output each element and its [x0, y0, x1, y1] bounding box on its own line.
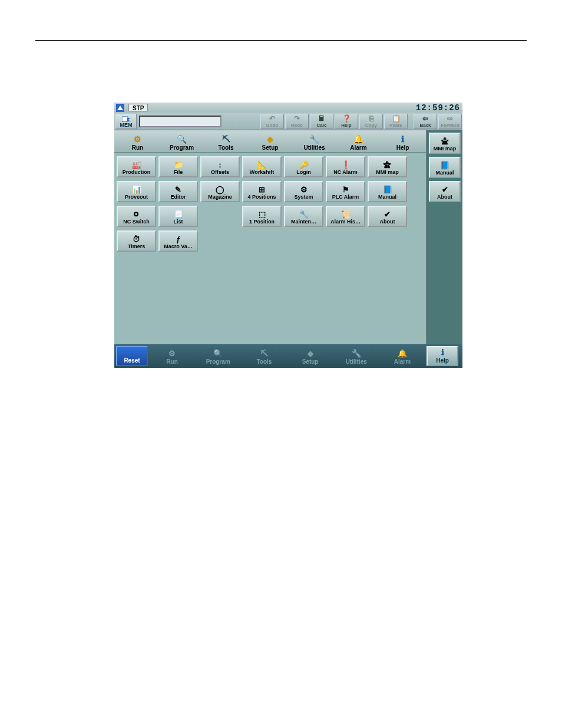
toolbar-help-button[interactable]: ❓Help: [335, 114, 358, 129]
titlebar: STP 12:59:26: [114, 103, 462, 113]
mem-button[interactable]: MEM: [115, 114, 137, 129]
proveout-icon: 📊: [132, 186, 141, 193]
side-manual-button[interactable]: 📘Manual: [429, 157, 461, 178]
bottom-label: Run: [166, 358, 177, 365]
bottom-bar: Reset ⚙Run🔍Program⛏Tools◆Setup🔧Utilities…: [114, 344, 462, 368]
tab-label: Run: [132, 144, 143, 151]
toolbar-label: Forward: [441, 123, 459, 128]
category-row: ⚙Run🔍Program⛏Tools◆Setup🔧Utilities🔔Alarm…: [114, 130, 426, 153]
tools-icon: ⛏: [260, 350, 268, 357]
tab-tools[interactable]: ⛏Tools: [204, 131, 247, 151]
system-icon: ⚙: [300, 186, 308, 193]
side-label: About: [437, 194, 452, 200]
grid-label: Mainten…: [291, 219, 316, 225]
grid-plc-alarm-button[interactable]: ⚑PLC Alarm: [326, 181, 365, 202]
toolbar-label: Copy: [365, 123, 377, 128]
svg-rect-1: [122, 117, 128, 121]
back-icon: ⇦: [422, 115, 428, 122]
command-input[interactable]: [139, 116, 222, 127]
grid-system-button[interactable]: ⚙System: [284, 181, 323, 202]
file-icon: 📁: [174, 161, 183, 169]
toolbar-copy-button: ⎘Copy: [359, 114, 383, 129]
grid-manual-button[interactable]: 📘Manual: [368, 181, 407, 202]
about-icon: ✔: [442, 186, 448, 193]
grid-workshift-button[interactable]: 📐Workshift: [242, 156, 282, 177]
side-about-button[interactable]: ✔About: [429, 181, 461, 202]
help-icon: ℹ: [401, 135, 404, 143]
toolbar-paste-button: 📋Paste: [384, 114, 408, 129]
toolbar-label: Undo: [266, 123, 278, 128]
grid-label: MMI map: [376, 169, 399, 175]
grid-label: Alarm His…: [330, 219, 361, 225]
toolbar-label: Redo: [291, 123, 303, 128]
run-icon: ⚙: [168, 350, 176, 357]
bottom-alarm-button[interactable]: 🔔Alarm: [382, 346, 423, 366]
toolbar-label: Help: [341, 123, 351, 128]
bottom-utilities-button[interactable]: 🔧Utilities: [336, 346, 377, 366]
tab-run[interactable]: ⚙Run: [116, 131, 159, 151]
tools-icon: ⛏: [222, 135, 230, 143]
manual-icon: 📘: [440, 162, 449, 169]
grid-label: Workshift: [250, 169, 274, 175]
grid-label: 4 Positions: [247, 194, 276, 200]
workshift-icon: 📐: [257, 161, 267, 169]
top-toolbar: MEM ↶Undo↷Redo🖩Calc❓Help⎘Copy📋Paste⇦Back…: [114, 113, 462, 130]
grid-alarm-his--button[interactable]: 📜Alarm His…: [326, 206, 365, 227]
reset-button[interactable]: Reset: [116, 346, 148, 366]
hmi-window: STP 12:59:26 MEM ↶Undo↷Redo🖩Calc❓Help⎘Co…: [114, 103, 462, 368]
grid-4-positions-button[interactable]: ⊞4 Positions: [242, 181, 282, 202]
alarm-icon: 🔔: [353, 135, 363, 143]
utilities-icon: 🔧: [309, 135, 319, 143]
tab-help[interactable]: ℹHelp: [381, 131, 424, 151]
main-area: ⚙Run🔍Program⛏Tools◆Setup🔧Utilities🔔Alarm…: [114, 130, 427, 344]
tab-utilities[interactable]: 🔧Utilities: [293, 131, 336, 151]
alarm-icon: 🔔: [398, 350, 407, 357]
side-mmi-map-button[interactable]: 🛣MMI map: [429, 133, 461, 154]
nc-alarm-icon: ❗: [341, 161, 351, 169]
side-label: Manual: [435, 170, 454, 176]
bottom-help-button[interactable]: ℹ Help: [427, 346, 458, 366]
grid-timers-button[interactable]: ⏱Timers: [117, 230, 156, 252]
tab-setup[interactable]: ◆Setup: [249, 131, 292, 151]
tab-alarm[interactable]: 🔔Alarm: [337, 131, 380, 151]
grid-file-button[interactable]: 📁File: [158, 156, 198, 177]
editor-icon: ✎: [175, 186, 181, 193]
grid-label: Login: [296, 169, 311, 175]
grid-list-button[interactable]: 📃List: [158, 206, 198, 227]
grid-nc-alarm-button[interactable]: ❗NC Alarm: [326, 156, 365, 177]
bottom-program-button[interactable]: 🔍Program: [197, 346, 239, 366]
button-grid: 🏭Production📁File↕Offsets📐Workshift🔑Login…: [114, 153, 426, 344]
grid-magazine-button[interactable]: ◯Magazine: [200, 181, 240, 202]
plc-alarm-icon: ⚑: [342, 186, 349, 193]
manual-icon: 📘: [383, 186, 392, 193]
grid-production-button[interactable]: 🏭Production: [117, 156, 156, 177]
grid-login-button[interactable]: 🔑Login: [284, 156, 323, 177]
bottom-label: Setup: [302, 358, 319, 365]
grid-label: NC Switch: [123, 219, 150, 225]
grid-label: File: [174, 169, 183, 175]
grid-offsets-button[interactable]: ↕Offsets: [200, 156, 240, 177]
bottom-run-button[interactable]: ⚙Run: [151, 346, 193, 366]
grid-nc-switch-button[interactable]: ⭘NC Switch: [117, 206, 156, 227]
toolbar-calc-button[interactable]: 🖩Calc: [310, 114, 333, 129]
utilities-icon: 🔧: [352, 350, 361, 357]
grid-macro-va--button[interactable]: ƒMacro Va…: [158, 230, 198, 252]
bottom-setup-button[interactable]: ◆Setup: [290, 346, 331, 366]
grid-mainten--button[interactable]: 🔧Mainten…: [284, 206, 323, 227]
setup-icon: ◆: [267, 135, 273, 143]
grid-proveout-button[interactable]: 📊Proveout: [117, 181, 156, 202]
grid-editor-button[interactable]: ✎Editor: [158, 181, 198, 202]
copy-icon: ⎘: [369, 115, 373, 122]
macro-va--icon: ƒ: [176, 235, 180, 243]
bottom-tools-button[interactable]: ⛏Tools: [243, 346, 285, 366]
toolbar-undo-button: ↶Undo: [260, 114, 284, 129]
toolbar-back-button[interactable]: ⇦Back: [414, 114, 437, 129]
tab-label: Help: [396, 144, 409, 151]
grid-mmi-map-button[interactable]: 🛣MMI map: [368, 156, 407, 177]
grid-1-position-button[interactable]: ⬚1 Position: [242, 206, 282, 227]
tab-program[interactable]: 🔍Program: [160, 131, 203, 151]
grid-label: Editor: [171, 194, 186, 200]
mem-icon: [122, 115, 130, 122]
grid-label: PLC Alarm: [332, 194, 359, 200]
grid-about-button[interactable]: ✔About: [368, 206, 407, 227]
